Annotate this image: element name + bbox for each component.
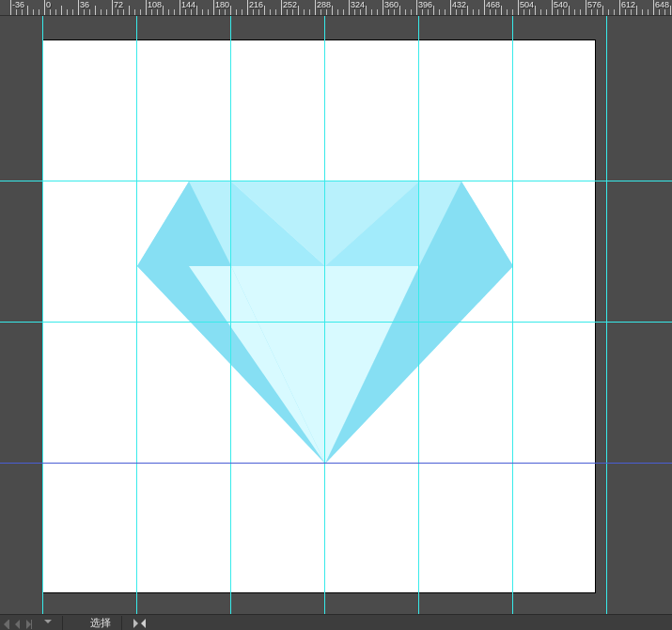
- separator: [121, 616, 122, 630]
- guide-vertical[interactable]: [230, 15, 231, 614]
- ruler-label: 360: [384, 0, 399, 9]
- ruler-label: 540: [554, 0, 568, 9]
- ruler-label: 180: [215, 0, 229, 9]
- ruler-label: 0: [46, 0, 51, 9]
- ruler-label: 576: [587, 0, 602, 9]
- ruler-label: 108: [148, 0, 162, 9]
- guide-vertical[interactable]: [512, 15, 513, 614]
- horizontal-ruler[interactable]: -360367210814418021625228832436039643246…: [0, 0, 672, 16]
- ruler-label: 144: [181, 0, 195, 9]
- ruler-label: 612: [621, 0, 635, 9]
- document-stage: [0, 15, 672, 614]
- ruler-label: -36: [12, 0, 24, 9]
- ruler-label: 324: [351, 0, 365, 9]
- artboard-nav-dropdown[interactable]: [40, 616, 52, 626]
- ruler-label: 396: [418, 0, 432, 9]
- next-artboard-button[interactable]: [26, 615, 31, 630]
- ruler-label: 432: [452, 0, 466, 9]
- guide-horizontal[interactable]: [0, 181, 672, 181]
- first-artboard-button[interactable]: [4, 615, 8, 630]
- pan-left-button[interactable]: [141, 619, 146, 628]
- ruler-label: 72: [114, 0, 123, 9]
- prev-artboard-button[interactable]: [15, 615, 20, 630]
- guide-vertical[interactable]: [136, 15, 137, 614]
- ruler-label: 468: [486, 0, 500, 9]
- guide-horizontal[interactable]: [0, 322, 672, 323]
- guide-vertical[interactable]: [42, 15, 43, 614]
- ruler-label: 504: [520, 0, 534, 9]
- chevron-down-icon: [44, 620, 52, 623]
- ruler-label: 288: [317, 0, 331, 9]
- current-tool-label: 选择: [90, 616, 111, 630]
- separator: [62, 616, 63, 630]
- guide-horizontal[interactable]: [0, 463, 672, 464]
- guide-vertical[interactable]: [418, 15, 419, 614]
- ruler-label: 252: [283, 0, 297, 9]
- ruler-label: 648: [655, 0, 669, 9]
- guide-vertical[interactable]: [324, 15, 325, 614]
- pan-right-button[interactable]: [133, 619, 138, 628]
- ruler-label: 36: [80, 0, 89, 9]
- status-bar: 选择: [0, 614, 672, 630]
- guide-vertical[interactable]: [606, 15, 607, 614]
- ruler-label: 216: [249, 0, 263, 9]
